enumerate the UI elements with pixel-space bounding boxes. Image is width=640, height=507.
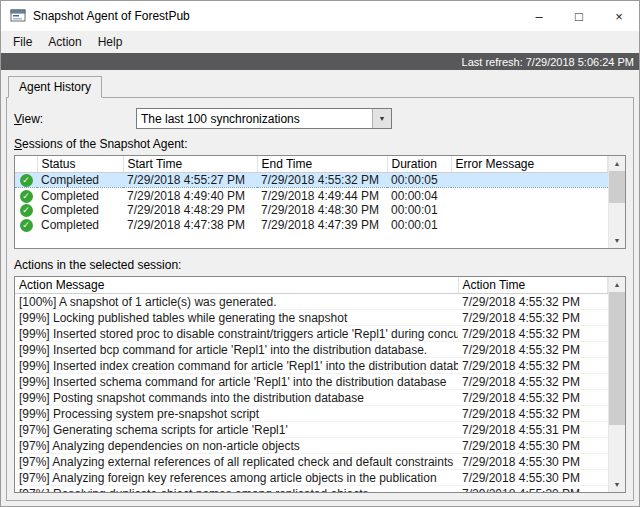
menu-bar: File Action Help — [1, 31, 639, 53]
session-start-time: 7/29/2018 4:49:40 PM — [123, 188, 257, 203]
view-dropdown[interactable]: The last 100 synchronizations ▼ — [136, 108, 392, 129]
sessions-scrollbar[interactable]: ▲ ▼ — [608, 156, 625, 248]
session-row[interactable]: ✓ Completed 7/29/2018 4:55:27 PM 7/29/20… — [15, 173, 608, 188]
menu-file[interactable]: File — [5, 32, 40, 52]
action-time: 7/29/2018 4:55:32 PM — [458, 390, 608, 406]
window: Snapshot Agent of ForestPub – □ × File A… — [0, 0, 640, 507]
session-error — [451, 188, 608, 203]
action-row[interactable]: [99%] Inserted stored proc to disable co… — [15, 326, 608, 342]
minimize-button[interactable]: – — [519, 1, 559, 31]
menu-action[interactable]: Action — [40, 32, 89, 52]
session-row[interactable]: ✓ Completed 7/29/2018 4:48:29 PM 7/29/20… — [15, 203, 608, 218]
column-header-duration[interactable]: Duration — [387, 156, 451, 173]
action-time: 7/29/2018 4:55:32 PM — [458, 310, 608, 326]
actions-label: Actions in the selected session: — [14, 258, 626, 272]
column-header-error-message[interactable]: Error Message — [451, 156, 608, 173]
sessions-label: Sessions of the Snapshot Agent: — [14, 137, 626, 151]
session-duration: 00:00:04 — [387, 188, 451, 203]
scroll-down-icon[interactable]: ▼ — [609, 233, 625, 248]
tab-strip: Agent History — [6, 75, 634, 97]
action-time: 7/29/2018 4:55:32 PM — [458, 342, 608, 358]
column-header-status[interactable]: Status — [37, 156, 123, 173]
action-row[interactable]: [99%] Inserted schema command for articl… — [15, 374, 608, 390]
action-row[interactable]: [97%] Generating schema scripts for arti… — [15, 422, 608, 438]
action-row[interactable]: [97%] Analyzing dependencies on non-arti… — [15, 438, 608, 454]
action-message: [97%] Analyzing dependencies on non-arti… — [15, 438, 458, 454]
action-message: [99%] Inserted stored proc to disable co… — [15, 326, 458, 342]
action-message: [97%] Resolving duplicate object names a… — [15, 486, 458, 494]
action-row[interactable]: [97%] Analyzing external references of a… — [15, 454, 608, 470]
session-start-time: 7/29/2018 4:55:27 PM — [123, 173, 257, 188]
menu-help[interactable]: Help — [90, 32, 131, 52]
action-row[interactable]: [99%] Posting snapshot commands into the… — [15, 390, 608, 406]
session-duration: 00:00:01 — [387, 203, 451, 218]
session-status: Completed — [37, 218, 123, 233]
status-success-icon: ✓ — [20, 219, 33, 232]
action-time: 7/29/2018 4:55:30 PM — [458, 486, 608, 494]
session-error — [451, 173, 608, 188]
action-message: [97%] Analyzing external references of a… — [15, 454, 458, 470]
action-time: 7/29/2018 4:55:32 PM — [458, 358, 608, 374]
column-header-status-icon[interactable] — [15, 156, 37, 173]
scroll-up-icon[interactable]: ▲ — [609, 156, 625, 171]
content-area: Agent History View: The last 100 synchro… — [1, 70, 639, 506]
action-row[interactable]: [99%] Locking published tables while gen… — [15, 310, 608, 326]
action-message: [97%] Generating schema scripts for arti… — [15, 422, 458, 438]
column-header-start-time[interactable]: Start Time — [123, 156, 257, 173]
view-row: View: The last 100 synchronizations ▼ — [14, 108, 626, 129]
session-row[interactable]: ✓ Completed 7/29/2018 4:47:38 PM 7/29/20… — [15, 218, 608, 233]
column-header-action-time[interactable]: Action Time — [458, 277, 608, 294]
actions-scrollbar[interactable]: ▲ ▼ — [608, 277, 625, 492]
sessions-scroll-track[interactable] — [609, 171, 625, 233]
action-row[interactable]: [100%] A snapshot of 1 article(s) was ge… — [15, 294, 608, 310]
action-time: 7/29/2018 4:55:32 PM — [458, 294, 608, 310]
action-row[interactable]: [97%] Resolving duplicate object names a… — [15, 486, 608, 494]
action-message: [97%] Analyzing foreign key references a… — [15, 470, 458, 486]
column-header-action-message[interactable]: Action Message — [15, 277, 458, 294]
action-row[interactable]: [99%] Inserted index creation command fo… — [15, 358, 608, 374]
session-duration: 00:00:01 — [387, 218, 451, 233]
action-message: [99%] Locking published tables while gen… — [15, 310, 458, 326]
action-row[interactable]: [99%] Processing system pre-snapshot scr… — [15, 406, 608, 422]
session-end-time: 7/29/2018 4:49:44 PM — [257, 188, 387, 203]
action-row[interactable]: [99%] Inserted bcp command for article '… — [15, 342, 608, 358]
session-row[interactable]: ✓ Completed 7/29/2018 4:49:40 PM 7/29/20… — [15, 188, 608, 203]
session-duration: 00:00:05 — [387, 173, 451, 188]
action-time: 7/29/2018 4:55:30 PM — [458, 438, 608, 454]
actions-scroll-thumb[interactable] — [609, 292, 625, 425]
scroll-up-icon[interactable]: ▲ — [609, 277, 625, 292]
column-header-end-time[interactable]: End Time — [257, 156, 387, 173]
title-bar[interactable]: Snapshot Agent of ForestPub – □ × — [1, 1, 639, 31]
action-time: 7/29/2018 4:55:32 PM — [458, 406, 608, 422]
action-message: [100%] A snapshot of 1 article(s) was ge… — [15, 294, 458, 310]
close-button[interactable]: × — [599, 1, 639, 31]
actions-header-row: Action Message Action Time — [15, 277, 608, 294]
action-message: [99%] Inserted bcp command for article '… — [15, 342, 458, 358]
last-refresh-strip: Last refresh: 7/29/2018 5:06:24 PM — [1, 53, 639, 70]
sessions-table: Status Start Time End Time Duration Erro… — [14, 155, 626, 249]
status-success-icon: ✓ — [20, 190, 33, 203]
status-success-icon: ✓ — [20, 174, 33, 187]
session-end-time: 7/29/2018 4:47:39 PM — [257, 218, 387, 233]
action-time: 7/29/2018 4:55:32 PM — [458, 374, 608, 390]
session-end-time: 7/29/2018 4:55:32 PM — [257, 173, 387, 188]
last-refresh-text: Last refresh: 7/29/2018 5:06:24 PM — [462, 56, 634, 68]
actions-table: Action Message Action Time [100%] A snap… — [14, 276, 626, 493]
chevron-down-icon[interactable]: ▼ — [372, 109, 391, 128]
session-end-time: 7/29/2018 4:48:30 PM — [257, 203, 387, 218]
agent-history-panel: View: The last 100 synchronizations ▼ Se… — [6, 97, 634, 501]
action-time: 7/29/2018 4:55:31 PM — [458, 422, 608, 438]
actions-scroll-track[interactable] — [609, 292, 625, 477]
action-row[interactable]: [97%] Analyzing foreign key references a… — [15, 470, 608, 486]
scroll-down-icon[interactable]: ▼ — [609, 477, 625, 492]
view-dropdown-value: The last 100 synchronizations — [137, 112, 372, 126]
maximize-button[interactable]: □ — [559, 1, 599, 31]
app-icon — [10, 8, 26, 24]
action-time: 7/29/2018 4:55:30 PM — [458, 470, 608, 486]
action-message: [99%] Inserted index creation command fo… — [15, 358, 458, 374]
action-message: [99%] Processing system pre-snapshot scr… — [15, 406, 458, 422]
tab-agent-history[interactable]: Agent History — [8, 76, 102, 98]
session-status: Completed — [37, 173, 123, 188]
window-title: Snapshot Agent of ForestPub — [33, 9, 190, 23]
sessions-scroll-thumb[interactable] — [609, 171, 625, 203]
